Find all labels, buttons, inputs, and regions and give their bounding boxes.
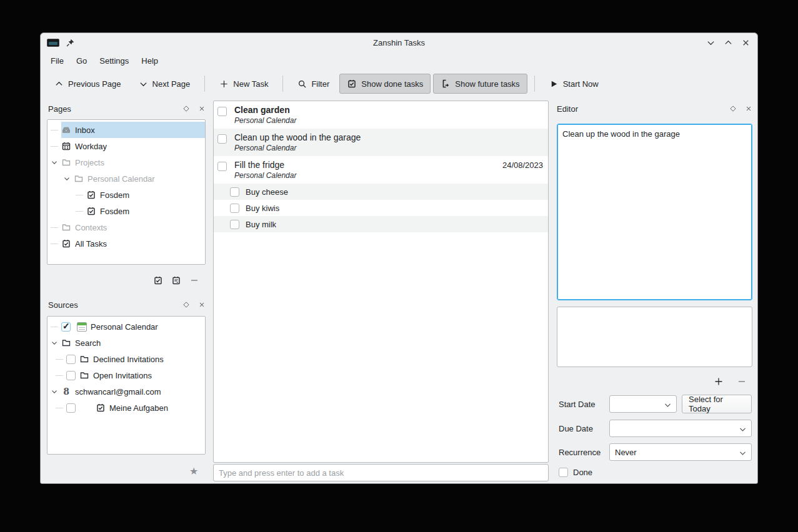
select-for-today-button[interactable]: Select for Today	[682, 395, 752, 413]
close-button[interactable]	[740, 37, 751, 48]
pages-item-fosdem-1[interactable]: Fosdem	[47, 187, 205, 203]
done-checkbox[interactable]	[559, 468, 568, 477]
toolbar-separator	[534, 76, 535, 92]
start-now-button[interactable]: Start Now	[542, 74, 606, 94]
pages-item-projects[interactable]: Projects	[47, 154, 205, 170]
source-item-search[interactable]: Search	[47, 335, 205, 351]
add-context-icon[interactable]	[171, 275, 181, 285]
sources-tree: Personal Calendar Search Declined Invita…	[47, 316, 206, 455]
default-source-star-icon[interactable]: ★	[189, 466, 198, 476]
search-icon	[297, 79, 307, 89]
new-task-button[interactable]: New Task	[212, 74, 276, 94]
source-item-declined-invitations[interactable]: Declined Invitations	[47, 351, 205, 367]
pages-item-contexts[interactable]: Contexts	[47, 219, 205, 235]
menu-go[interactable]: Go	[70, 54, 93, 67]
source-item-personal-calendar[interactable]: Personal Calendar	[47, 318, 205, 335]
task-check-icon	[61, 239, 71, 249]
add-project-icon[interactable]	[153, 275, 163, 285]
play-icon	[549, 79, 559, 89]
task-row-clean-garden[interactable]: Clean garden Personal Calendar	[214, 101, 548, 129]
chevron-down-icon	[664, 401, 672, 409]
subtask-row-buy-kiwis[interactable]: Buy kiwis	[214, 200, 548, 216]
attachment-buttons	[713, 376, 747, 387]
titlebar[interactable]: Zanshin Tasks	[41, 33, 757, 52]
task-checkbox[interactable]	[217, 134, 227, 144]
float-dock-icon[interactable]	[182, 301, 190, 308]
task-list: Clean garden Personal Calendar Clean up …	[213, 101, 549, 463]
task-checkbox[interactable]	[230, 187, 239, 197]
close-dock-icon[interactable]	[745, 105, 752, 112]
source-item-meine-aufgaben[interactable]: Meine Aufgaben	[47, 400, 205, 416]
filter-button[interactable]: Filter	[290, 74, 337, 94]
task-checkbox[interactable]	[217, 162, 227, 171]
close-dock-icon[interactable]	[198, 105, 206, 112]
task-check-icon	[86, 206, 96, 216]
toolbar-separator	[204, 76, 205, 92]
subtask-row-buy-milk[interactable]: Buy milk	[214, 216, 548, 232]
remove-attachment-button[interactable]	[736, 376, 747, 387]
done-row: Done	[559, 468, 592, 477]
chevron-down-icon	[139, 79, 148, 89]
folder-icon	[79, 370, 89, 380]
source-checkbox[interactable]	[61, 322, 71, 332]
float-dock-icon[interactable]	[729, 105, 737, 112]
menu-help[interactable]: Help	[135, 54, 164, 67]
due-date-combo[interactable]	[609, 420, 752, 437]
menu-settings[interactable]: Settings	[93, 54, 135, 67]
expander-icon[interactable]	[62, 174, 71, 183]
pages-item-workday[interactable]: Workday	[47, 138, 205, 154]
source-checkbox[interactable]	[66, 371, 76, 380]
plus-icon	[219, 79, 229, 89]
add-task-input[interactable]	[213, 464, 549, 481]
expander-icon[interactable]	[50, 338, 59, 347]
task-checkbox[interactable]	[217, 107, 227, 116]
pages-item-fosdem-2[interactable]: Fosdem	[47, 203, 205, 219]
pin-icon[interactable]	[66, 38, 75, 47]
next-page-button[interactable]: Next Page	[131, 74, 198, 94]
future-tasks-icon	[441, 79, 451, 89]
subtask-row-buy-cheese[interactable]: Buy cheese	[214, 184, 548, 200]
task-title-editor[interactable]: Clean up the wood in the garage	[557, 124, 752, 300]
toolbar: Previous Page Next Page New Task Filter …	[41, 69, 757, 98]
menubar: File Go Settings Help	[41, 52, 757, 69]
pages-item-personal-calendar[interactable]: Personal Calendar	[47, 170, 205, 187]
maximize-button[interactable]	[722, 37, 734, 48]
recurrence-label: Recurrence	[559, 448, 601, 457]
task-check-icon	[86, 190, 96, 200]
task-row-clean-wood[interactable]: Clean up the wood in the garage Personal…	[214, 129, 548, 156]
pages-dock-title: Pages	[48, 104, 71, 114]
recurrence-combo[interactable]: Never	[609, 443, 752, 461]
sources-dock-header: Sources	[48, 298, 206, 312]
task-notes-editor[interactable]	[557, 307, 752, 367]
source-checkbox[interactable]	[66, 403, 76, 413]
remove-page-icon[interactable]	[189, 275, 199, 285]
show-future-tasks-toggle[interactable]: Show future tasks	[433, 74, 527, 94]
chevron-down-icon	[739, 449, 747, 457]
task-checkbox[interactable]	[230, 204, 239, 213]
show-done-tasks-toggle[interactable]: Show done tasks	[339, 74, 431, 94]
done-label: Done	[573, 468, 592, 477]
task-checkbox[interactable]	[230, 220, 239, 229]
add-attachment-button[interactable]	[713, 376, 724, 387]
task-row-fill-fridge[interactable]: Fill the fridge Personal Calendar 24/08/…	[214, 156, 548, 184]
source-item-gmail-account[interactable]: 8 schwancarl@gmail.com	[47, 383, 205, 400]
close-dock-icon[interactable]	[198, 301, 206, 308]
editor-dock-title: Editor	[557, 104, 578, 114]
calendar-icon	[61, 141, 71, 151]
pages-item-all-tasks[interactable]: All Tasks	[47, 235, 205, 252]
expander-icon[interactable]	[50, 158, 59, 167]
pages-item-inbox[interactable]: Inbox	[47, 122, 205, 138]
start-date-label: Start Date	[559, 400, 596, 409]
previous-page-button[interactable]: Previous Page	[47, 74, 129, 94]
minimize-button[interactable]	[705, 37, 716, 48]
sources-footer: ★	[189, 466, 198, 476]
inbox-icon	[61, 125, 71, 135]
menu-file[interactable]: File	[44, 54, 70, 67]
task-check-icon	[96, 403, 106, 413]
source-checkbox[interactable]	[66, 355, 76, 364]
pages-dock-header: Pages	[48, 102, 206, 116]
source-item-open-invitations[interactable]: Open Invitations	[47, 367, 205, 383]
float-dock-icon[interactable]	[182, 105, 190, 112]
expander-icon[interactable]	[50, 387, 59, 396]
start-date-combo[interactable]	[609, 395, 677, 413]
